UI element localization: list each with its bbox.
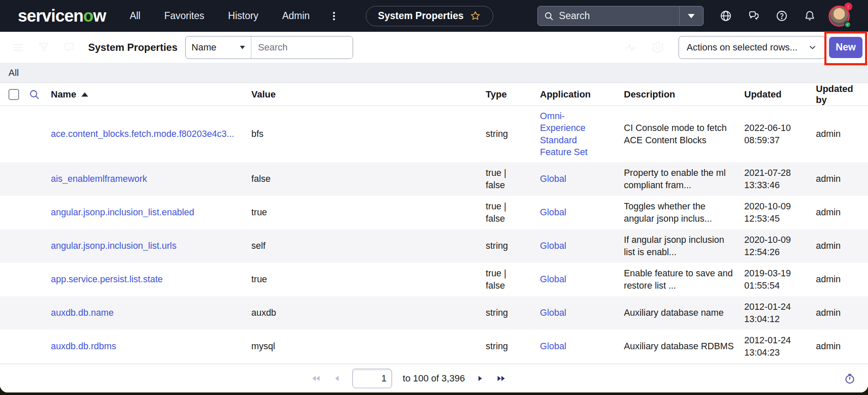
list-menu-hamburger-icon[interactable] [12, 41, 25, 54]
application-link[interactable]: Global [540, 173, 566, 185]
column-header-application[interactable]: Application [540, 89, 624, 100]
nav-item-all[interactable]: All [130, 10, 141, 22]
global-search [537, 6, 704, 26]
column-header-value[interactable]: Value [251, 89, 486, 100]
property-name-link[interactable]: ace.content_blocks.fetch.mode.f80203e4c3… [51, 129, 234, 139]
column-header-updated-by[interactable]: Updated by [816, 83, 868, 106]
filter-funnel-icon[interactable] [37, 41, 50, 54]
gear-icon[interactable] [651, 41, 664, 54]
table-row: ais_enablemlframework false true | false… [0, 162, 868, 196]
more-menu-kebab-icon[interactable] [328, 11, 339, 22]
toolbar-right-group: Actions on selected rows... New [624, 36, 868, 59]
updated-by-cell: admin [816, 274, 841, 284]
property-name-link[interactable]: angular.jsonp.inclusion_list.enabled [51, 207, 194, 217]
application-link[interactable]: Global [540, 340, 566, 352]
favorite-star-icon[interactable] [470, 10, 481, 22]
chevron-down-icon [240, 46, 245, 49]
property-name-link[interactable]: app.service.persist.list.state [51, 274, 163, 284]
table-row: auxdb.db.rdbms mysql string Global Auxil… [0, 330, 868, 363]
description-cell: If angular jsonp inclusion list is enabl… [624, 235, 724, 257]
active-page-tab[interactable]: System Properties [366, 6, 493, 26]
help-icon[interactable] [776, 10, 788, 22]
column-search-icon[interactable] [28, 89, 51, 100]
user-avatar[interactable]: ↑ ✓ [829, 6, 850, 27]
table-row: auxdb.db.name auxdb string Global Auxili… [0, 296, 868, 330]
servicenow-logo[interactable]: servicenow [18, 6, 106, 25]
column-header-updated[interactable]: Updated [744, 89, 816, 100]
application-link[interactable]: Global [540, 206, 566, 218]
first-page-button[interactable] [312, 374, 323, 383]
globe-icon[interactable] [720, 10, 732, 22]
type-cell: string [486, 307, 508, 319]
updated-by-cell: admin [816, 241, 841, 251]
application-link[interactable]: Omni-Experience Standard Feature Set [540, 110, 595, 159]
property-name-link[interactable]: ais_enablemlframework [51, 174, 147, 184]
type-cell: true | false [486, 200, 517, 225]
activity-pulse-icon[interactable] [624, 41, 637, 54]
filter-column-select[interactable]: Name [186, 36, 251, 58]
chevron-right-icon [476, 374, 484, 383]
value-cell: auxdb [251, 308, 276, 318]
type-cell: string [486, 340, 508, 352]
page-number-input[interactable] [352, 369, 392, 388]
column-header-name[interactable]: Name [51, 89, 251, 100]
value-cell: bfs [251, 129, 264, 139]
new-button[interactable]: New [829, 37, 862, 58]
previous-page-button[interactable] [333, 374, 342, 383]
actions-on-rows-select[interactable]: Actions on selected rows... [679, 36, 825, 59]
updated-by-cell: admin [816, 207, 841, 217]
column-header-description[interactable]: Description [624, 89, 744, 100]
global-search-input[interactable] [559, 10, 679, 22]
description-cell: Auxiliary database name [624, 308, 723, 318]
select-all-checkbox[interactable] [8, 89, 19, 100]
property-name-link[interactable]: angular.jsonp.inclusion_list.urls [51, 241, 176, 251]
list-search-input[interactable] [251, 36, 353, 58]
application-link[interactable]: Global [540, 240, 566, 252]
description-cell: Enable feature to save and restore list … [624, 268, 733, 290]
response-time-stopwatch-icon[interactable] [843, 372, 856, 385]
type-cell: true | false [486, 167, 517, 191]
double-chevron-left-icon [312, 374, 323, 383]
presence-badge: ✓ [844, 21, 851, 28]
description-cell: Property to enable the ml compliant fram… [624, 168, 726, 190]
value-cell: true [251, 207, 267, 217]
next-page-button[interactable] [476, 374, 484, 383]
nav-item-history[interactable]: History [228, 10, 259, 22]
notifications-bell-icon[interactable] [804, 10, 816, 22]
nav-item-favorites[interactable]: Favorites [164, 10, 204, 22]
nav-item-admin[interactable]: Admin [282, 10, 310, 22]
column-header-type[interactable]: Type [486, 89, 540, 100]
search-icon [544, 11, 554, 21]
table-row: ace.content_blocks.fetch.mode.f80203e4c3… [0, 106, 868, 162]
updated-cell: 2012-01-24 13:04:23 [744, 335, 791, 357]
app-window: servicenow All Favorites History Admin S… [0, 0, 868, 392]
comments-icon[interactable] [63, 41, 75, 54]
breadcrumb[interactable]: All [8, 67, 19, 78]
type-cell: true | false [486, 267, 517, 292]
pagination: to 100 of 3,396 [312, 369, 506, 388]
value-cell: self [251, 241, 265, 251]
description-cell: CI Console mode to fetch ACE Content Blo… [624, 123, 727, 145]
application-link[interactable]: Global [540, 273, 566, 285]
value-cell: mysql [251, 341, 275, 351]
application-link[interactable]: Global [540, 307, 566, 319]
updated-cell: 2012-01-24 13:04:12 [744, 302, 791, 324]
table-header: Name Value Type Application Description … [0, 83, 868, 106]
chat-icon[interactable] [748, 10, 760, 22]
last-page-button[interactable] [495, 374, 506, 383]
property-name-link[interactable]: auxdb.db.name [51, 308, 114, 318]
type-cell: string [486, 240, 508, 252]
updated-by-cell: admin [816, 308, 841, 318]
chevron-left-icon [333, 374, 342, 383]
pagination-range-label: to 100 of 3,396 [403, 373, 465, 384]
property-name-link[interactable]: auxdb.db.rdbms [51, 341, 116, 351]
sort-ascending-icon [81, 92, 88, 97]
updated-by-cell: admin [816, 174, 841, 184]
chevron-down-icon [688, 14, 695, 18]
updated-by-cell: admin [816, 129, 841, 139]
updated-cell: 2021-07-28 13:33:46 [744, 168, 791, 190]
search-scope-dropdown[interactable] [679, 6, 703, 25]
page-title: System Properties [88, 42, 178, 53]
table-body: ace.content_blocks.fetch.mode.f80203e4c3… [0, 106, 868, 364]
table-row: angular.jsonp.inclusion_list.enabled tru… [0, 196, 868, 229]
